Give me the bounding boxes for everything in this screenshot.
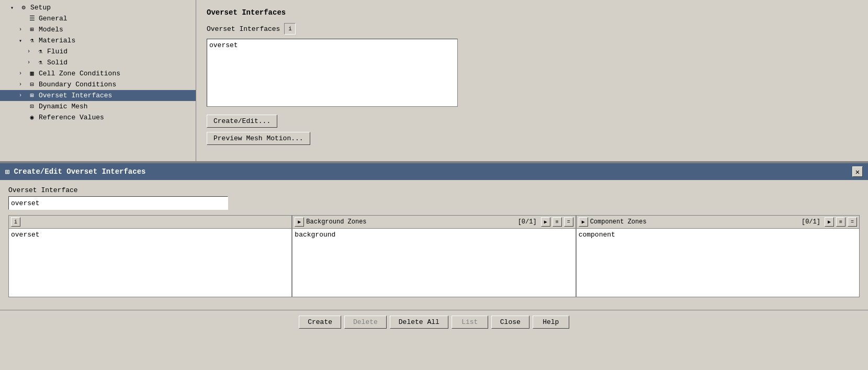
sidebar-item-label: Boundary Conditions <box>39 81 116 88</box>
arrow-icon: › <box>19 93 26 98</box>
overset-interface-input[interactable] <box>8 196 228 210</box>
list-button[interactable]: List <box>452 316 488 329</box>
background-zones-list[interactable]: background <box>292 229 575 297</box>
component-zones-list[interactable]: component <box>577 229 859 297</box>
sidebar-item-label: Dynamic Mesh <box>39 103 88 110</box>
dynamic-icon: ⊡ <box>27 103 37 110</box>
component-zones-count: [0/1] <box>802 218 820 226</box>
arrow-icon: › <box>19 27 26 32</box>
bg-btn3[interactable]: = <box>564 217 573 227</box>
sidebar-item-general[interactable]: ☰ General <box>0 13 196 24</box>
interfaces-list[interactable]: overset <box>9 229 291 297</box>
dialog-title-icon: ⊞ <box>5 167 9 176</box>
main-panel: Overset Interfaces Overset Interfaces i … <box>196 0 868 161</box>
comp-btn2[interactable]: ≡ <box>836 217 846 227</box>
sidebar-item-reference[interactable]: ◉ Reference Values <box>0 112 196 123</box>
delete-button[interactable]: Delete <box>344 316 387 329</box>
dialog-title: Create/Edit Overset Interfaces <box>14 167 145 176</box>
sidebar-item-label: General <box>39 15 67 23</box>
zones-col-interfaces: i overset <box>8 215 292 297</box>
dialog-buttons: Create Delete Delete All List Close Help <box>0 310 868 336</box>
sidebar-item-label: Cell Zone Conditions <box>39 70 120 77</box>
arrow-icon: ▾ <box>10 5 18 11</box>
overset-icon: ⊞ <box>27 92 37 99</box>
arrow-icon: › <box>19 71 26 76</box>
arrow-icon: › <box>27 49 35 54</box>
arrow-icon: ▾ <box>19 38 26 44</box>
solid-icon: ⚗ <box>36 59 45 66</box>
sidebar-item-label: Setup <box>30 4 51 12</box>
zones-col-component: ▶ Component Zones [0/1] ▶ ≡ = component <box>576 215 860 297</box>
zones-header-background: ▶ Background Zones [0/1] ▶ ≡ = <box>292 216 575 229</box>
sidebar-item-dynamic[interactable]: ⊡ Dynamic Mesh <box>0 101 196 112</box>
close-button[interactable]: Close <box>491 316 529 329</box>
fluid-icon: ⚗ <box>36 48 45 55</box>
component-zones-label: Component Zones <box>590 218 799 226</box>
background-zones-count: [0/1] <box>518 218 537 226</box>
bg-btn1[interactable]: ▶ <box>541 217 550 227</box>
sidebar-item-boundary[interactable]: › ⊟ Boundary Conditions <box>0 79 196 90</box>
comp-btn3[interactable]: = <box>848 217 857 227</box>
zones-row: i overset ▶ Background Zones [0/1] ▶ ≡ =… <box>8 215 860 297</box>
list-sort-icon[interactable]: i <box>11 217 20 227</box>
field-label: Overset Interfaces <box>207 25 280 33</box>
dialog: ⊞ Create/Edit Overset Interfaces ✕ Overs… <box>0 162 868 336</box>
comp-btn1[interactable]: ▶ <box>825 217 834 227</box>
general-icon: ☰ <box>27 15 37 23</box>
field-icon-button[interactable]: i <box>284 23 296 35</box>
arrow-icon: › <box>19 82 26 87</box>
bg-btn2[interactable]: ≡ <box>553 217 562 227</box>
dialog-titlebar: ⊞ Create/Edit Overset Interfaces ✕ <box>0 163 868 180</box>
create-edit-button[interactable]: Create/Edit... <box>207 115 277 128</box>
sidebar-item-label: Materials <box>39 37 75 44</box>
input-label: Overset Interface <box>8 186 860 194</box>
models-icon: ⊞ <box>27 26 37 33</box>
sidebar-item-label: Solid <box>47 59 67 66</box>
zones-header-component: ▶ Component Zones [0/1] ▶ ≡ = <box>577 216 859 229</box>
arrow-icon: › <box>27 60 35 65</box>
list-item: overset <box>11 231 289 239</box>
sidebar-item-label: Fluid <box>47 48 67 55</box>
sidebar-item-fluid[interactable]: › ⚗ Fluid <box>0 46 196 57</box>
boundary-icon: ⊟ <box>27 81 37 88</box>
component-sort-icon[interactable]: ▶ <box>579 217 588 227</box>
overset-interfaces-list[interactable]: overset <box>207 39 458 107</box>
cell-zone-icon: ▦ <box>27 70 37 77</box>
sidebar-item-cell-zone[interactable]: › ▦ Cell Zone Conditions <box>0 68 196 79</box>
overset-interfaces-field-row: Overset Interfaces i <box>207 23 858 35</box>
reference-icon: ◉ <box>27 114 37 121</box>
sidebar-item-setup[interactable]: ▾ ⚙ Setup <box>0 2 196 13</box>
sidebar-item-materials[interactable]: ▾ ⚗ Materials <box>0 35 196 46</box>
sidebar-item-label: Models <box>39 26 63 33</box>
sidebar: ▾ ⚙ Setup ☰ General › ⊞ Models ▾ ⚗ Mater… <box>0 0 196 161</box>
setup-icon: ⚙ <box>19 4 28 12</box>
sidebar-item-overset[interactable]: › ⊞ Overset Interfaces <box>0 90 196 101</box>
dialog-body: Overset Interface i overset ▶ Background… <box>0 180 868 310</box>
list-item: overset <box>209 41 238 49</box>
panel-title: Overset Interfaces <box>207 8 858 17</box>
sidebar-item-solid[interactable]: › ⚗ Solid <box>0 57 196 68</box>
zones-header-interfaces: i <box>9 216 291 229</box>
preview-mesh-motion-button[interactable]: Preview Mesh Motion... <box>207 132 310 145</box>
list-item: component <box>579 231 857 239</box>
create-button[interactable]: Create <box>299 316 341 329</box>
help-button[interactable]: Help <box>533 316 569 329</box>
sidebar-item-label: Reference Values <box>39 114 104 121</box>
zones-col-background: ▶ Background Zones [0/1] ▶ ≡ = backgroun… <box>292 215 576 297</box>
sidebar-item-label: Overset Interfaces <box>39 92 112 99</box>
close-icon[interactable]: ✕ <box>852 166 863 177</box>
delete-all-button[interactable]: Delete All <box>390 316 448 329</box>
background-sort-icon[interactable]: ▶ <box>295 217 304 227</box>
list-item: background <box>295 231 573 239</box>
sidebar-item-models[interactable]: › ⊞ Models <box>0 24 196 35</box>
background-zones-label: Background Zones <box>306 218 515 226</box>
materials-icon: ⚗ <box>27 37 37 44</box>
